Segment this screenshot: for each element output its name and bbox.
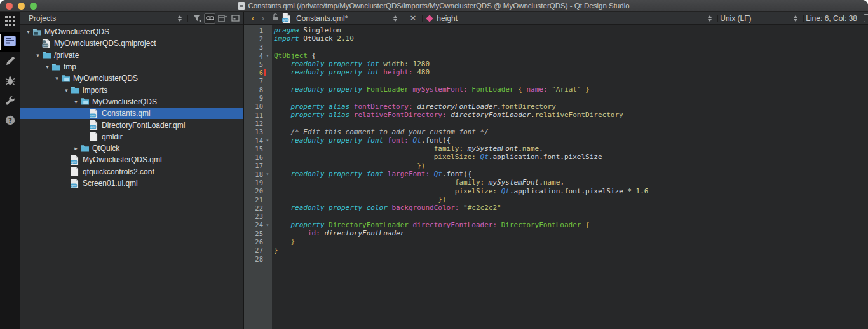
gutter-line-25[interactable]: 25 — [244, 229, 272, 237]
gutter-line-22[interactable]: 22 — [244, 204, 272, 212]
lock-icon[interactable] — [272, 13, 278, 23]
combo-arrows-icon[interactable] — [178, 15, 182, 22]
gutter-line-13[interactable]: 13 — [244, 128, 272, 136]
tree-expand-arrow-icon[interactable]: ▾ — [72, 99, 80, 105]
tree-item-tmp[interactable]: ▾tmp — [20, 61, 243, 73]
gutter-line-24[interactable]: 24▾ — [244, 221, 272, 229]
tree-item-qmldir[interactable]: qmldir — [20, 131, 243, 143]
sync-with-editor-icon[interactable] — [204, 13, 215, 24]
code-line-13[interactable]: /* Edit this comment to add your custom … — [274, 128, 868, 136]
gutter-line-7[interactable]: 7 — [244, 77, 272, 85]
go-back-button[interactable]: ‹ — [248, 13, 258, 23]
gutter-line-1[interactable]: 1 — [244, 26, 272, 34]
mode-button-debug-mode[interactable] — [0, 72, 20, 92]
document-dropdown-icon[interactable] — [393, 15, 397, 22]
fold-marker-icon[interactable]: ▾ — [263, 222, 272, 228]
code-line-4[interactable]: QtObject { — [274, 52, 868, 60]
tree-expand-arrow-icon[interactable]: ▾ — [24, 29, 32, 35]
hide-panel-icon[interactable] — [229, 13, 241, 24]
gutter-line-9[interactable]: 9 — [244, 94, 272, 102]
code-line-3[interactable] — [274, 43, 868, 52]
gutter-line-23[interactable]: 23 — [244, 213, 272, 221]
tree-item-directoryfontloader-qml[interactable]: qmlDirectoryFontLoader.qml — [20, 119, 243, 130]
gutter-line-11[interactable]: 11 — [244, 111, 272, 119]
code-line-25[interactable]: id: directoryFontLoader — [274, 229, 868, 237]
code-line-10[interactable]: property alias fontDirectory: directoryF… — [274, 102, 868, 111]
go-forward-button[interactable]: › — [258, 13, 268, 23]
close-window-button[interactable] — [6, 3, 13, 10]
code-line-8[interactable]: readonly property FontLoader mySystemFon… — [274, 85, 868, 94]
code-text[interactable]: pragma Singletonimport QtQuick 2.10QtObj… — [272, 25, 868, 329]
code-line-17[interactable]: }) — [274, 162, 868, 170]
tree-expand-arrow-icon[interactable]: ▾ — [62, 87, 71, 94]
code-line-9[interactable] — [274, 94, 868, 102]
code-line-2[interactable]: import QtQuick 2.10 — [274, 34, 868, 43]
gutter-line-17[interactable]: 17 — [244, 162, 272, 170]
code-line-22[interactable]: readonly property color backgroundColor:… — [274, 204, 868, 212]
current-symbol[interactable]: height — [437, 14, 458, 23]
code-line-14[interactable]: readonly property font font: Qt.font({ — [274, 136, 868, 144]
gutter-line-16[interactable]: 16 — [244, 153, 272, 161]
code-line-1[interactable]: pragma Singleton — [274, 26, 868, 34]
file-encoding[interactable]: Unix (LF) — [720, 14, 790, 23]
mode-button-design-mode[interactable] — [0, 52, 20, 72]
tree-item-myownclusterqds-qml[interactable]: qmlMyOwnclusterQDS.qml — [20, 154, 243, 165]
tree-item-imports[interactable]: ▾imports — [20, 84, 243, 95]
gutter-line-19[interactable]: 19 — [244, 178, 272, 186]
code-line-24[interactable]: property DirectoryFontLoader directoryFo… — [274, 221, 868, 229]
code-line-19[interactable]: family: mySystemFont.name, — [274, 178, 868, 186]
tree-item-myownclusterqds-qmlproject[interactable]: qmlMyOwnclusterQDS.qmlproject — [20, 38, 243, 49]
minimize-window-button[interactable] — [18, 3, 25, 10]
mode-button-projects-mode[interactable] — [0, 92, 20, 111]
gutter-line-6[interactable]: 6 — [244, 68, 272, 76]
code-editor[interactable]: 1234▾567891011121314▾15161718▾1920212223… — [244, 25, 868, 329]
code-line-6[interactable]: readonly property int height: 480 — [274, 68, 868, 76]
gutter-line-14[interactable]: 14▾ — [244, 136, 272, 144]
tree-expand-arrow-icon[interactable]: ▾ — [43, 64, 51, 70]
gutter-line-4[interactable]: 4▾ — [244, 52, 272, 60]
gutter-line-3[interactable]: 3 — [244, 43, 272, 52]
code-line-15[interactable]: family: mySystemFont.name, — [274, 144, 868, 153]
tree-expand-arrow-icon[interactable]: ▸ — [72, 145, 80, 151]
mode-button-edit-mode[interactable] — [0, 32, 20, 52]
tree-item-myownclusterqds[interactable]: ▾MyOwnclusterQDS — [20, 73, 243, 84]
gutter-line-12[interactable]: 12 — [244, 119, 272, 127]
gutter-line-18[interactable]: 18▾ — [244, 170, 272, 178]
tree-item-constants-qml[interactable]: qmlConstants.qml — [20, 108, 243, 119]
code-line-21[interactable]: }) — [274, 195, 868, 204]
filter-icon[interactable] — [191, 13, 203, 24]
code-line-7[interactable] — [274, 77, 868, 85]
gutter-line-2[interactable]: 2 — [244, 34, 272, 43]
editor-split-icon[interactable] — [864, 14, 868, 22]
code-line-18[interactable]: readonly property font largeFont: Qt.fon… — [274, 170, 868, 178]
fold-marker-icon[interactable]: ▾ — [263, 171, 272, 177]
code-line-16[interactable]: pixelSize: Qt.application.font.pixelSize — [274, 153, 868, 161]
code-line-23[interactable] — [274, 213, 868, 221]
gutter-line-20[interactable]: 20 — [244, 187, 272, 195]
fold-marker-icon[interactable]: ▾ — [263, 53, 272, 59]
tree-item-qtquickcontrols2-conf[interactable]: qtquickcontrols2.conf — [20, 166, 243, 178]
tree-item-qtquick[interactable]: ▸QtQuick — [20, 143, 243, 154]
gutter-line-8[interactable]: 8 — [244, 85, 272, 94]
code-line-5[interactable]: readonly property int width: 1280 — [274, 60, 868, 68]
open-document-name[interactable]: Constants.qml* — [296, 14, 348, 23]
gutter-line-5[interactable]: 5 — [244, 60, 272, 68]
tree-item-screen01-ui-qml[interactable]: qmlScreen01.ui.qml — [20, 178, 243, 189]
mode-button-welcome-mode[interactable] — [0, 12, 20, 32]
zoom-window-button[interactable] — [30, 3, 37, 10]
gutter-line-21[interactable]: 21 — [244, 195, 272, 204]
gutter-line-27[interactable]: 27 — [244, 246, 272, 255]
code-line-26[interactable]: } — [274, 237, 868, 246]
code-line-11[interactable]: property alias relativeFontDirectory: di… — [274, 111, 868, 119]
gutter-line-10[interactable]: 10 — [244, 102, 272, 111]
code-line-28[interactable] — [274, 255, 868, 263]
line-ending-dropdown-icon[interactable] — [794, 15, 797, 22]
code-line-20[interactable]: pixelSize: Qt.application.font.pixelSize… — [274, 187, 868, 195]
mode-button-help-mode[interactable]: ? — [0, 111, 20, 131]
tree-expand-arrow-icon[interactable]: ▾ — [34, 52, 42, 59]
gutter-line-28[interactable]: 28 — [244, 255, 272, 263]
code-line-12[interactable] — [274, 119, 868, 127]
code-line-27[interactable]: } — [274, 246, 868, 255]
split-new-icon[interactable] — [217, 13, 228, 24]
gutter-line-26[interactable]: 26 — [244, 237, 272, 246]
